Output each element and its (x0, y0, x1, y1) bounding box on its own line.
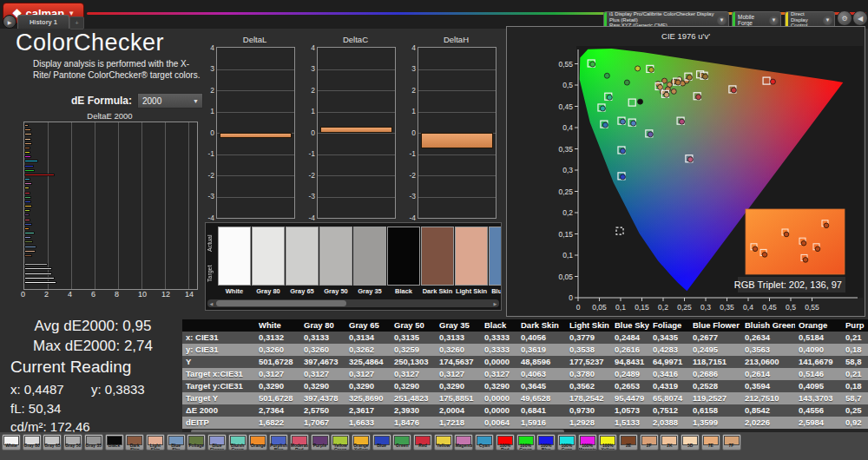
patch-button[interactable]: 7E (701, 434, 720, 450)
patch-swatch[interactable] (286, 227, 319, 286)
patch-button[interactable]: 2F (640, 434, 659, 450)
table-cell: 0,8542 (741, 404, 795, 417)
deltae-bar (24, 142, 32, 145)
patch-button[interactable]: Foliage (187, 434, 206, 450)
y-tick-label: 0 (402, 128, 416, 137)
patch-button[interactable]: Orange (248, 434, 267, 450)
patch-button[interactable]: 5D (681, 434, 700, 450)
deltae-bar (24, 128, 31, 131)
patch-button[interactable]: 100% Blue (536, 434, 556, 450)
y-tick-label: 0,05 (558, 273, 573, 281)
patch-button[interactable]: 100% Green (516, 434, 536, 450)
swatch-scrollbar[interactable]: ◀ ▶ (207, 299, 499, 307)
patch-toolbar: WhiteGray 80Gray 65Gray 50Gray 35BlackDa… (0, 432, 868, 460)
patch-swatch[interactable] (218, 227, 251, 286)
x-tick-label: 12 (161, 290, 170, 299)
patch-button[interactable]: Dark Skin (125, 434, 144, 450)
tab-history-1[interactable]: History 1 (17, 15, 69, 29)
patch-button-label: Black (106, 444, 123, 448)
new-tab-button[interactable]: + (69, 16, 84, 30)
row-label: dEITP (182, 417, 255, 429)
patch-button[interactable]: Black (105, 434, 124, 450)
patch-swatch[interactable] (252, 227, 285, 286)
patch-button[interactable]: Gray 35 (84, 434, 103, 450)
gridline (418, 69, 496, 70)
session-menu-button[interactable]: ▶ (3, 15, 16, 29)
patch-swatch[interactable] (353, 227, 386, 286)
patch-button[interactable]: Moderate Red (290, 434, 309, 450)
table-cell: 0,3594 (741, 380, 795, 392)
swatch-scrollbar-thumb[interactable] (216, 300, 346, 306)
y-tick-label: 2 (402, 86, 416, 95)
measured-point (696, 95, 701, 100)
table-cell: 0,3290 (436, 380, 481, 392)
patch-button[interactable]: 7F (722, 434, 741, 450)
deltae-bar (24, 250, 36, 253)
patch-swatch[interactable] (455, 227, 488, 286)
patch-button[interactable]: 100% Red (496, 434, 515, 450)
patch-button[interactable]: 100% Yellow (598, 434, 617, 450)
patch-button[interactable]: Red (413, 434, 432, 450)
patch-swatch-label: Black (387, 287, 420, 295)
patch-button[interactable]: Green (392, 434, 411, 450)
column-header: Light Skin (566, 319, 611, 332)
gridline (118, 122, 119, 289)
patch-button[interactable]: Purplish Blue (269, 434, 288, 450)
settings-button[interactable]: ⚙ (837, 10, 852, 26)
deltae-bar (24, 232, 35, 234)
measured-point (635, 66, 641, 71)
patch-swatch-label: Gray 50 (319, 287, 352, 295)
patch-button[interactable]: Purple (311, 434, 330, 450)
table-cell: 0,3416 (649, 368, 689, 380)
patch-button[interactable]: White (2, 434, 21, 450)
gridline (165, 122, 166, 289)
measured-point (665, 87, 670, 92)
deltae-bar (24, 273, 52, 275)
patch-swatch[interactable] (421, 227, 454, 286)
table-cell: 0,2528 (689, 380, 741, 392)
patch-button-label: Gray 35 (85, 444, 102, 448)
scroll-right-icon[interactable]: ▶ (491, 299, 499, 307)
patch-button[interactable]: 2K (660, 434, 679, 450)
patch-button[interactable]: Cyan (475, 434, 494, 450)
patch-button[interactable]: Blue Flower (207, 434, 227, 450)
patch-swatch[interactable] (387, 227, 420, 286)
patch-button[interactable]: Blue (372, 434, 391, 450)
y-tick-label: 0 (569, 293, 573, 302)
cie-chart-title: CIE 1976 u'v' (507, 31, 865, 41)
patch-button[interactable]: Yellow Green (331, 434, 350, 450)
x-tick-label: 0,35 (720, 303, 734, 312)
patch-button[interactable]: Blue Sky (167, 434, 186, 450)
patch-button[interactable]: Yellow (434, 434, 453, 450)
table-cell: 0,0000 (481, 404, 517, 417)
x-tick-label: 0,05 (592, 303, 607, 312)
table-cell: 2,7364 (255, 404, 300, 417)
gridline (418, 154, 496, 155)
deltae-bars (24, 122, 197, 289)
de-formula-dropdown[interactable]: 2000 ▼ (137, 93, 203, 108)
deltae-bar (24, 277, 55, 279)
patch-button[interactable]: Bluish Green (228, 434, 247, 450)
y-tick-label: -4 (301, 214, 315, 222)
measured-point (620, 119, 625, 124)
patch-button[interactable]: Gray 80 (23, 434, 42, 450)
gridline (217, 112, 294, 113)
patch-button[interactable]: 2E (619, 434, 638, 450)
patch-swatch[interactable] (489, 227, 502, 286)
patch-button[interactable]: Light Skin (146, 434, 165, 450)
patch-button[interactable]: 100% Magenta (578, 434, 597, 450)
table-cell: 213,0600 (741, 356, 795, 368)
collapse-panel-button[interactable]: ◀ (852, 10, 868, 26)
patch-button[interactable]: Orange Yellow (352, 434, 371, 450)
gridline (141, 122, 142, 289)
patch-button[interactable]: Gray 65 (43, 434, 62, 450)
gridline (318, 197, 395, 198)
patch-button[interactable]: Gray 50 (63, 434, 82, 450)
measured-point (680, 119, 685, 124)
patch-button[interactable]: Magenta (454, 434, 473, 450)
scroll-left-icon[interactable]: ◀ (207, 299, 215, 307)
delta-bar (421, 133, 493, 148)
patch-swatch[interactable] (319, 227, 352, 286)
patch-button[interactable]: 100% Cyan (557, 434, 576, 450)
target-label: Target (207, 258, 216, 289)
